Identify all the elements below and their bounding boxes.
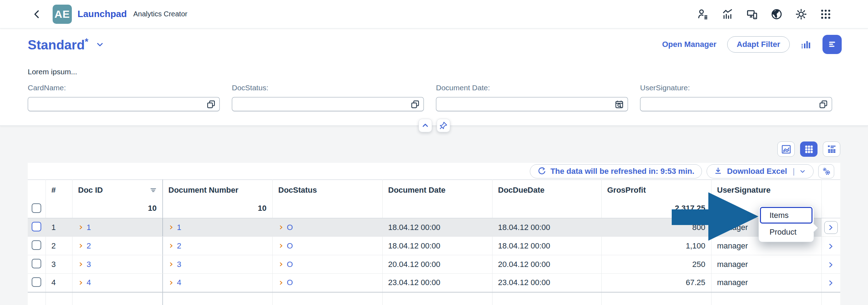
document-date-input[interactable]	[436, 97, 628, 111]
horizontal-chart-toggle-button[interactable]	[822, 35, 842, 54]
table-row[interactable]: 4 4 4 O 23.04.12 00:00 23.04.12 00:00 67…	[28, 274, 840, 292]
cardname-input[interactable]	[28, 97, 220, 111]
doc-id-link[interactable]: 2	[87, 241, 91, 251]
variant-title-text: Standard	[28, 38, 85, 52]
column-total: 2,317.25	[607, 204, 705, 213]
column-header-docduedate[interactable]: DocDueDate	[492, 180, 601, 218]
grid-dots-icon	[820, 8, 832, 20]
column-total: 10	[169, 204, 267, 213]
date-picker-icon[interactable]	[614, 100, 624, 109]
download-excel-button[interactable]: Download Excel |	[707, 164, 814, 178]
expand-chevron-icon[interactable]	[78, 280, 84, 285]
document-number-cell: 4	[163, 274, 272, 292]
collapse-filter-button[interactable]	[419, 119, 432, 132]
document-number-cell: 1	[163, 218, 272, 237]
app-finder-button[interactable]	[819, 7, 832, 21]
expand-chevron-icon[interactable]	[278, 243, 284, 248]
docstatus-input[interactable]	[232, 97, 424, 111]
pin-filter-button[interactable]	[437, 119, 450, 132]
adapt-filter-button[interactable]: Adapt Filter	[727, 36, 790, 53]
row-navigate-button[interactable]	[827, 279, 835, 287]
theme-button[interactable]	[794, 7, 808, 21]
column-header-docstatus[interactable]: DocStatus	[272, 180, 382, 218]
bar-chart-toggle-button[interactable]	[800, 39, 812, 50]
docstatus-link[interactable]: O	[287, 241, 293, 251]
app-subtitle: Analytics Creator	[133, 10, 187, 18]
document-number-link[interactable]: 4	[177, 278, 181, 287]
analytics-button[interactable]	[721, 7, 734, 21]
table-card: The data will be refreshed in: 9:53 min.…	[28, 163, 840, 305]
document-date-cell: 23.04.12 00:00	[382, 274, 492, 292]
context-menu-item-product[interactable]: Product	[760, 224, 813, 241]
table-settings-button[interactable]	[818, 164, 834, 178]
table-row[interactable]: 1 1 1 O 18.04.12 00:00 18.04.12 00:00 80…	[28, 218, 840, 237]
table-row[interactable]: 3 3 3 O 20.04.12 00:00 20.04.12 00:00 25…	[28, 255, 840, 274]
expand-chevron-icon[interactable]	[278, 262, 284, 267]
expand-chevron-icon[interactable]	[278, 225, 284, 230]
document-number-link[interactable]: 3	[177, 260, 181, 269]
pin-icon	[439, 121, 448, 130]
sort-filter-icon[interactable]	[150, 187, 157, 193]
devices-button[interactable]	[745, 7, 759, 21]
column-header-doc-id[interactable]: Doc ID 10	[72, 180, 163, 218]
context-menu-item-items[interactable]: Items	[760, 207, 813, 224]
row-checkbox[interactable]	[32, 277, 41, 287]
variant-selector-button[interactable]	[95, 40, 105, 49]
back-button[interactable]	[30, 7, 44, 21]
expand-chevron-icon[interactable]	[169, 280, 174, 285]
select-all-checkbox[interactable]	[32, 203, 41, 213]
column-label: DocDueDate	[498, 186, 596, 195]
doc-id-link[interactable]: 4	[87, 278, 91, 287]
filter-cardname: CardName:	[28, 84, 220, 111]
user-account-button[interactable]	[696, 7, 710, 21]
row-action-cell	[821, 274, 840, 292]
row-navigate-button[interactable]	[827, 261, 835, 268]
docstatus-link[interactable]: O	[287, 223, 293, 232]
value-help-icon[interactable]	[819, 100, 828, 109]
refresh-countdown-text: The data will be refreshed in: 9:53 min.	[550, 167, 694, 176]
table-row[interactable]: 2 2 2 O 18.04.12 00:00 18.04.12 00:00 1,…	[28, 237, 840, 255]
column-header-document-date[interactable]: Document Date	[382, 180, 492, 218]
column-header-index[interactable]: #	[46, 180, 72, 218]
bar-chart-icon	[800, 39, 812, 50]
document-date-cell: 18.04.12 00:00	[382, 237, 492, 255]
table-view-button[interactable]	[823, 141, 840, 157]
value-help-icon[interactable]	[206, 100, 216, 109]
expand-chevron-icon[interactable]	[78, 225, 84, 230]
row-navigation-ring	[824, 221, 838, 234]
chart-view-button[interactable]	[777, 141, 795, 157]
value-help-icon[interactable]	[410, 100, 420, 109]
docstatus-link[interactable]: O	[287, 278, 293, 287]
column-header-grosprofit[interactable]: GrosProfit 2,317.25	[601, 180, 711, 218]
row-index-cell: 3	[46, 255, 72, 274]
expand-chevron-icon[interactable]	[78, 262, 84, 267]
chevron-down-icon	[95, 40, 105, 49]
page-title[interactable]: Standard*	[28, 36, 88, 53]
content-area: The data will be refreshed in: 9:53 min.…	[0, 126, 868, 305]
expand-chevron-icon[interactable]	[78, 243, 84, 248]
filter-label: CardName:	[28, 84, 220, 92]
open-manager-link[interactable]: Open Manager	[662, 40, 717, 49]
column-header-document-number[interactable]: Document Number 10	[163, 180, 272, 218]
docstatus-link[interactable]: O	[287, 260, 293, 269]
row-checkbox[interactable]	[32, 259, 41, 268]
row-checkbox[interactable]	[32, 222, 41, 231]
language-button[interactable]	[770, 7, 783, 21]
download-icon	[714, 167, 723, 176]
row-navigate-button[interactable]	[827, 224, 835, 231]
refresh-countdown-button[interactable]: The data will be refreshed in: 9:53 min.	[530, 164, 702, 178]
row-navigate-button[interactable]	[827, 243, 835, 250]
expand-chevron-icon[interactable]	[278, 280, 284, 285]
app-logo[interactable]: AE	[53, 5, 72, 24]
grosprofit-cell: 800	[601, 218, 711, 237]
expand-chevron-icon[interactable]	[169, 243, 174, 248]
row-checkbox[interactable]	[32, 240, 41, 250]
doc-id-link[interactable]: 3	[87, 260, 91, 269]
document-number-link[interactable]: 1	[177, 223, 181, 232]
document-number-link[interactable]: 2	[177, 241, 181, 251]
doc-id-link[interactable]: 1	[87, 223, 91, 232]
usersignature-input[interactable]	[640, 97, 832, 111]
grid-view-button[interactable]	[800, 141, 818, 157]
expand-chevron-icon[interactable]	[169, 225, 174, 230]
expand-chevron-icon[interactable]	[169, 262, 174, 267]
